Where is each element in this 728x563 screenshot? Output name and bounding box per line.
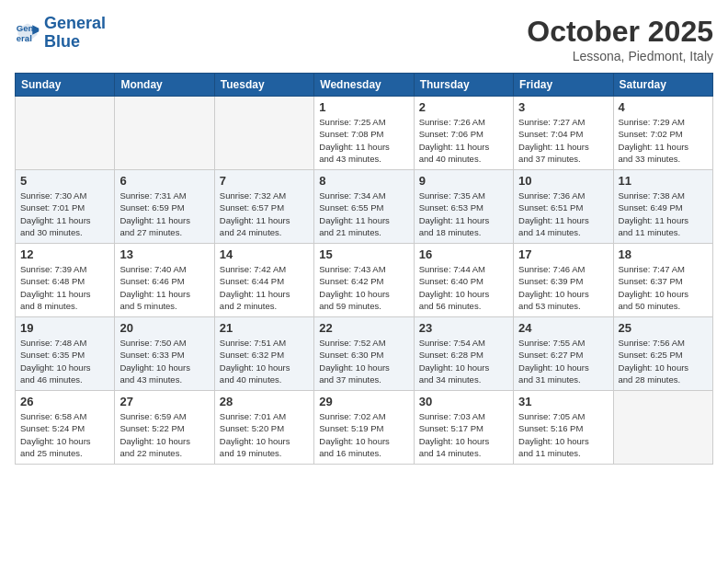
calendar-cell: 23Sunrise: 7:54 AM Sunset: 6:28 PM Dayli… <box>414 317 513 391</box>
weekday-header-wednesday: Wednesday <box>314 74 414 97</box>
day-info: Sunrise: 7:34 AM Sunset: 6:55 PM Dayligh… <box>319 190 408 238</box>
day-number: 7 <box>220 174 309 188</box>
day-number: 26 <box>20 395 109 408</box>
day-info: Sunrise: 7:56 AM Sunset: 6:25 PM Dayligh… <box>619 337 708 385</box>
day-info: Sunrise: 7:29 AM Sunset: 7:02 PM Dayligh… <box>619 116 708 165</box>
weekday-header-row: SundayMondayTuesdayWednesdayThursdayFrid… <box>16 74 713 97</box>
page-header: Gen eral General Blue October 2025 Lesso… <box>15 15 713 63</box>
day-info: Sunrise: 7:54 AM Sunset: 6:28 PM Dayligh… <box>419 337 508 385</box>
day-info: Sunrise: 7:42 AM Sunset: 6:44 PM Dayligh… <box>220 263 309 312</box>
calendar-cell: 15Sunrise: 7:43 AM Sunset: 6:42 PM Dayli… <box>314 244 414 317</box>
day-number: 21 <box>220 321 309 335</box>
day-number: 15 <box>319 247 408 261</box>
svg-text:Gen: Gen <box>17 23 34 33</box>
day-info: Sunrise: 7:44 AM Sunset: 6:40 PM Dayligh… <box>419 263 508 312</box>
day-number: 24 <box>518 321 608 335</box>
calendar-cell: 7Sunrise: 7:32 AM Sunset: 6:57 PM Daylig… <box>214 170 313 244</box>
day-info: Sunrise: 7:27 AM Sunset: 7:04 PM Dayligh… <box>518 116 608 165</box>
day-info: Sunrise: 7:35 AM Sunset: 6:53 PM Dayligh… <box>419 190 508 238</box>
day-number: 16 <box>419 247 508 261</box>
calendar-cell: 3Sunrise: 7:27 AM Sunset: 7:04 PM Daylig… <box>514 97 613 170</box>
calendar-cell: 22Sunrise: 7:52 AM Sunset: 6:30 PM Dayli… <box>314 317 414 391</box>
calendar-cell: 29Sunrise: 7:02 AM Sunset: 5:19 PM Dayli… <box>314 391 414 465</box>
day-number: 31 <box>518 395 608 408</box>
calendar-cell: 21Sunrise: 7:51 AM Sunset: 6:32 PM Dayli… <box>214 317 313 391</box>
logo-line1: General <box>44 14 106 32</box>
day-number: 22 <box>319 321 408 335</box>
calendar-cell: 13Sunrise: 7:40 AM Sunset: 6:46 PM Dayli… <box>115 244 214 317</box>
calendar-week-5: 26Sunrise: 6:58 AM Sunset: 5:24 PM Dayli… <box>16 391 713 465</box>
logo-line2: Blue <box>44 32 80 51</box>
weekday-header-tuesday: Tuesday <box>214 74 313 97</box>
calendar-week-3: 12Sunrise: 7:39 AM Sunset: 6:48 PM Dayli… <box>16 244 713 317</box>
calendar-week-1: 1Sunrise: 7:25 AM Sunset: 7:08 PM Daylig… <box>16 97 713 170</box>
location-subtitle: Lessona, Piedmont, Italy <box>527 49 713 63</box>
day-number: 20 <box>119 321 209 335</box>
weekday-header-saturday: Saturday <box>613 74 712 97</box>
day-number: 28 <box>220 395 309 408</box>
calendar-cell: 8Sunrise: 7:34 AM Sunset: 6:55 PM Daylig… <box>314 170 414 244</box>
day-info: Sunrise: 7:30 AM Sunset: 7:01 PM Dayligh… <box>20 190 109 238</box>
day-number: 6 <box>119 174 209 188</box>
day-info: Sunrise: 7:25 AM Sunset: 7:08 PM Dayligh… <box>319 116 408 165</box>
day-number: 9 <box>419 174 508 188</box>
calendar-cell: 27Sunrise: 6:59 AM Sunset: 5:22 PM Dayli… <box>115 391 214 465</box>
calendar-cell: 10Sunrise: 7:36 AM Sunset: 6:51 PM Dayli… <box>514 170 613 244</box>
day-info: Sunrise: 7:50 AM Sunset: 6:33 PM Dayligh… <box>119 337 209 385</box>
calendar-cell <box>16 97 115 170</box>
weekday-header-friday: Friday <box>514 74 613 97</box>
calendar-cell: 20Sunrise: 7:50 AM Sunset: 6:33 PM Dayli… <box>115 317 214 391</box>
calendar-cell: 4Sunrise: 7:29 AM Sunset: 7:02 PM Daylig… <box>613 97 712 170</box>
calendar-cell: 18Sunrise: 7:47 AM Sunset: 6:37 PM Dayli… <box>613 244 712 317</box>
day-info: Sunrise: 7:02 AM Sunset: 5:19 PM Dayligh… <box>319 410 408 459</box>
day-info: Sunrise: 7:26 AM Sunset: 7:06 PM Dayligh… <box>419 116 508 165</box>
calendar-cell: 1Sunrise: 7:25 AM Sunset: 7:08 PM Daylig… <box>314 97 414 170</box>
day-number: 19 <box>20 321 109 335</box>
day-info: Sunrise: 7:46 AM Sunset: 6:39 PM Dayligh… <box>518 263 608 312</box>
calendar-cell <box>115 97 214 170</box>
day-number: 2 <box>419 100 508 114</box>
day-info: Sunrise: 7:32 AM Sunset: 6:57 PM Dayligh… <box>220 190 309 238</box>
calendar-cell: 19Sunrise: 7:48 AM Sunset: 6:35 PM Dayli… <box>16 317 115 391</box>
calendar-cell: 12Sunrise: 7:39 AM Sunset: 6:48 PM Dayli… <box>16 244 115 317</box>
day-info: Sunrise: 6:59 AM Sunset: 5:22 PM Dayligh… <box>119 410 209 459</box>
calendar-table: SundayMondayTuesdayWednesdayThursdayFrid… <box>15 73 713 465</box>
calendar-cell: 31Sunrise: 7:05 AM Sunset: 5:16 PM Dayli… <box>514 391 613 465</box>
day-info: Sunrise: 7:47 AM Sunset: 6:37 PM Dayligh… <box>619 263 708 312</box>
day-info: Sunrise: 7:43 AM Sunset: 6:42 PM Dayligh… <box>319 263 408 312</box>
day-number: 13 <box>119 247 209 261</box>
day-info: Sunrise: 7:51 AM Sunset: 6:32 PM Dayligh… <box>220 337 309 385</box>
month-title: October 2025 <box>527 15 713 49</box>
calendar-cell: 28Sunrise: 7:01 AM Sunset: 5:20 PM Dayli… <box>214 391 313 465</box>
day-info: Sunrise: 7:03 AM Sunset: 5:17 PM Dayligh… <box>419 410 508 459</box>
day-number: 11 <box>619 174 708 188</box>
calendar-week-4: 19Sunrise: 7:48 AM Sunset: 6:35 PM Dayli… <box>16 317 713 391</box>
day-info: Sunrise: 7:38 AM Sunset: 6:49 PM Dayligh… <box>619 190 708 238</box>
day-info: Sunrise: 7:52 AM Sunset: 6:30 PM Dayligh… <box>319 337 408 385</box>
day-info: Sunrise: 7:01 AM Sunset: 5:20 PM Dayligh… <box>220 410 309 459</box>
day-info: Sunrise: 7:39 AM Sunset: 6:48 PM Dayligh… <box>20 263 109 312</box>
calendar-cell: 6Sunrise: 7:31 AM Sunset: 6:59 PM Daylig… <box>115 170 214 244</box>
calendar-cell: 11Sunrise: 7:38 AM Sunset: 6:49 PM Dayli… <box>613 170 712 244</box>
weekday-header-thursday: Thursday <box>414 74 513 97</box>
day-number: 10 <box>518 174 608 188</box>
day-info: Sunrise: 7:48 AM Sunset: 6:35 PM Dayligh… <box>20 337 109 385</box>
day-number: 23 <box>419 321 508 335</box>
calendar-cell <box>214 97 313 170</box>
day-number: 5 <box>20 174 109 188</box>
day-info: Sunrise: 7:55 AM Sunset: 6:27 PM Dayligh… <box>518 337 608 385</box>
title-block: October 2025 Lessona, Piedmont, Italy <box>527 15 713 63</box>
calendar-cell: 24Sunrise: 7:55 AM Sunset: 6:27 PM Dayli… <box>514 317 613 391</box>
day-number: 14 <box>220 247 309 261</box>
calendar-cell: 16Sunrise: 7:44 AM Sunset: 6:40 PM Dayli… <box>414 244 513 317</box>
calendar-cell <box>613 391 712 465</box>
calendar-cell: 25Sunrise: 7:56 AM Sunset: 6:25 PM Dayli… <box>613 317 712 391</box>
day-number: 18 <box>619 247 708 261</box>
day-number: 1 <box>319 100 408 114</box>
calendar-week-2: 5Sunrise: 7:30 AM Sunset: 7:01 PM Daylig… <box>16 170 713 244</box>
day-number: 12 <box>20 247 109 261</box>
calendar-cell: 14Sunrise: 7:42 AM Sunset: 6:44 PM Dayli… <box>214 244 313 317</box>
calendar-cell: 26Sunrise: 6:58 AM Sunset: 5:24 PM Dayli… <box>16 391 115 465</box>
day-info: Sunrise: 6:58 AM Sunset: 5:24 PM Dayligh… <box>20 410 109 459</box>
weekday-header-monday: Monday <box>115 74 214 97</box>
